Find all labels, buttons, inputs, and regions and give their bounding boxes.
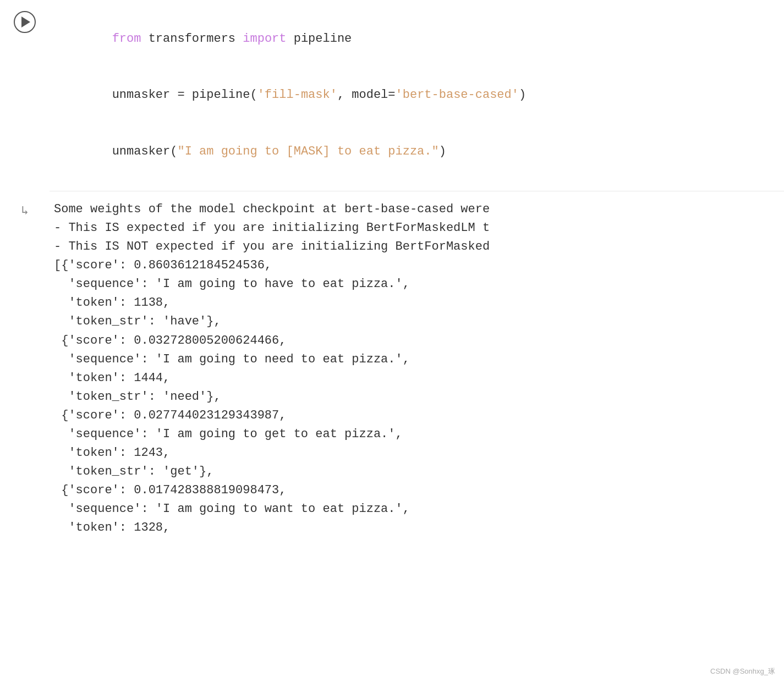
- output-line-9: 'token': 1444,: [54, 369, 775, 388]
- output-line-10: 'token_str': 'need'},: [54, 388, 775, 406]
- output-line-7: {'score': 0.032728005200624466,: [54, 332, 775, 350]
- code-cell: from transformers import pipeline unmask…: [0, 0, 784, 191]
- code-line-1: from transformers import pipeline: [54, 11, 775, 67]
- keyword-import: import: [243, 32, 286, 46]
- output-gutter: ↳: [0, 198, 50, 221]
- output-line-15: {'score': 0.017428388819098473,: [54, 481, 775, 500]
- string-bert-base-cased: 'bert-base-cased': [396, 88, 519, 102]
- output-arrow-icon: ↳: [21, 202, 28, 221]
- code-line-3: unmasker("I am going to [MASK] to eat pi…: [54, 124, 775, 180]
- run-button[interactable]: [14, 11, 36, 33]
- code-plain-2: pipeline: [287, 32, 352, 46]
- string-input-sentence: "I am going to [MASK] to eat pizza.": [177, 145, 438, 158]
- output-line-5: 'token': 1138,: [54, 294, 775, 312]
- code-plain: transformers: [141, 32, 243, 46]
- notebook-container: from transformers import pipeline unmask…: [0, 0, 784, 683]
- output-line-3: [{'score': 0.8603612184524536,: [54, 256, 775, 275]
- output-line-1: - This IS expected if you are initializi…: [54, 219, 775, 238]
- code-content: from transformers import pipeline unmask…: [50, 7, 784, 184]
- keyword-from: from: [112, 32, 141, 46]
- output-line-4: 'sequence': 'I am going to have to eat p…: [54, 275, 775, 294]
- code-plain-3: unmasker = pipeline(: [112, 88, 257, 102]
- output-line-16: 'sequence': 'I am going to want to eat p…: [54, 500, 775, 519]
- output-line-14: 'token_str': 'get'},: [54, 462, 775, 481]
- output-line-11: {'score': 0.027744023129343987,: [54, 406, 775, 425]
- output-line-13: 'token': 1243,: [54, 444, 775, 462]
- string-fill-mask: 'fill-mask': [257, 88, 337, 102]
- output-line-17: 'token': 1328,: [54, 519, 775, 537]
- code-plain-6: unmasker(: [112, 145, 178, 158]
- output-line-8: 'sequence': 'I am going to need to eat p…: [54, 350, 775, 369]
- output-line-12: 'sequence': 'I am going to get to eat pi…: [54, 425, 775, 444]
- cell-gutter: [0, 7, 50, 33]
- code-plain-7: ): [439, 145, 446, 158]
- watermark: CSDN @Sonhxg_琢: [710, 666, 775, 677]
- output-line-0: Some weights of the model checkpoint at …: [54, 200, 775, 219]
- output-line-6: 'token_str': 'have'},: [54, 312, 775, 331]
- code-plain-5: ): [519, 88, 526, 102]
- output-cell: ↳ Some weights of the model checkpoint a…: [0, 191, 784, 547]
- code-plain-4: , model=: [337, 88, 396, 102]
- output-line-2: - This IS NOT expected if you are initia…: [54, 238, 775, 256]
- code-line-2: unmasker = pipeline('fill-mask', model='…: [54, 67, 775, 123]
- output-content: Some weights of the model checkpoint at …: [50, 198, 784, 540]
